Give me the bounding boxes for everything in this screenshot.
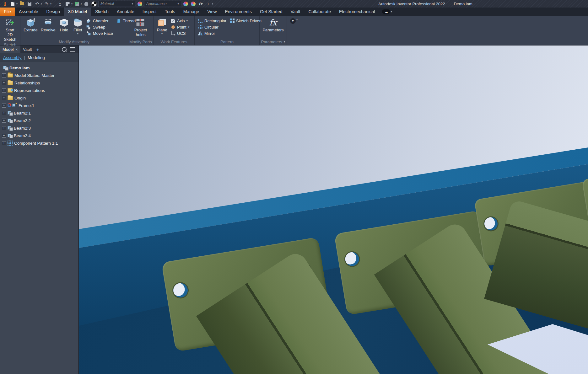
- sketch-command-button[interactable]: [64, 1, 71, 7]
- ribbon-collapse-button[interactable]: ▼: [290, 18, 296, 24]
- sketch-driven-button[interactable]: Sketch Driven: [228, 18, 263, 24]
- axis-button[interactable]: Axis ▾: [169, 18, 191, 24]
- parameters-quick-button[interactable]: fx: [197, 1, 204, 7]
- circular-pattern-button[interactable]: Circular: [197, 24, 228, 30]
- save-button[interactable]: [26, 1, 33, 7]
- material-ball-button[interactable]: [91, 1, 97, 7]
- material-wheel-button[interactable]: [137, 1, 143, 7]
- home-view-button[interactable]: ⌂: [57, 1, 63, 7]
- ribbon-collapse-dropdown[interactable]: ▾: [296, 18, 298, 21]
- expand-icon[interactable]: +: [2, 88, 6, 93]
- open-file-button[interactable]: [19, 1, 25, 7]
- expand-icon[interactable]: +: [2, 111, 6, 115]
- appearance-add-button[interactable]: [182, 1, 189, 7]
- tab-tools[interactable]: Tools: [161, 8, 179, 16]
- expand-icon[interactable]: +: [2, 134, 6, 138]
- tree-item-beam2-1[interactable]: + Beam2:1: [0, 109, 78, 117]
- tab-manage[interactable]: Manage: [179, 8, 203, 16]
- bolt-hole[interactable]: [344, 251, 360, 267]
- undo-dropdown[interactable]: ▾: [41, 3, 42, 5]
- chamfer-button[interactable]: Chamfer: [85, 18, 114, 24]
- tree-item-relationships[interactable]: + Relationships: [0, 79, 78, 87]
- tree-item-origin[interactable]: + Origin: [0, 94, 78, 102]
- appearance-combobox[interactable]: Appearance ▾: [144, 1, 181, 7]
- ucs-button[interactable]: UCS: [169, 30, 191, 36]
- point-dropdown[interactable]: ▾: [188, 26, 190, 28]
- revolve-button[interactable]: Revolve: [40, 17, 57, 33]
- undo-button[interactable]: ↶: [34, 1, 40, 7]
- tree-item-beam2-4[interactable]: + Beam2:4: [0, 132, 78, 139]
- move-face-button[interactable]: Move Face: [85, 30, 114, 36]
- start-2d-sketch-button[interactable]: Start 2D Sketch: [2, 17, 18, 42]
- fillet-button[interactable]: Fillet ▾: [71, 17, 84, 35]
- tree-item-frame-1[interactable]: + Frame:1: [0, 102, 78, 109]
- parameters-button[interactable]: fx Parameters: [261, 17, 285, 33]
- expand-icon[interactable]: +: [2, 73, 6, 77]
- tab-assemble[interactable]: Assemble: [15, 8, 42, 16]
- tab-inspect[interactable]: Inspect: [138, 8, 161, 16]
- add-browser-tab-button[interactable]: +: [36, 47, 39, 52]
- rectangular-pattern-button[interactable]: Rectangular: [197, 18, 228, 24]
- tab-view[interactable]: View: [203, 8, 221, 16]
- tree-item-model-states[interactable]: + Model States: Master: [0, 72, 78, 79]
- point-button[interactable]: Point ▾: [169, 24, 191, 30]
- fillet-dropdown[interactable]: ▾: [77, 32, 79, 35]
- tree-item-component-pattern[interactable]: + Component Pattern 1:1: [0, 139, 78, 147]
- qat-customize-dropdown[interactable]: ▾: [212, 3, 213, 5]
- expand-icon[interactable]: +: [2, 96, 6, 100]
- project-holes-button[interactable]: Project holes: [130, 17, 151, 38]
- new-file-button[interactable]: [9, 1, 16, 7]
- material-combobox[interactable]: Material ▾: [98, 1, 135, 7]
- tree-item-representations[interactable]: + Representations: [0, 87, 78, 94]
- search-icon[interactable]: [62, 47, 67, 52]
- tree-item-beam2-2[interactable]: + Beam2:2: [0, 117, 78, 124]
- tab-sketch[interactable]: Sketch: [91, 8, 113, 16]
- expand-icon[interactable]: +: [2, 81, 6, 85]
- contact-solver-button[interactable]: [83, 1, 89, 7]
- axis-dropdown[interactable]: ▾: [186, 19, 188, 22]
- bolt-hole[interactable]: [172, 282, 189, 299]
- browser-tab-model[interactable]: Model ×: [0, 45, 20, 53]
- tab-collaborate[interactable]: Collaborate: [304, 8, 335, 16]
- mirror-button[interactable]: Mirror: [197, 30, 228, 36]
- collaboration-cloud-button[interactable]: ☁ ▾: [382, 8, 392, 16]
- redo-button[interactable]: ↷: [43, 1, 50, 7]
- modeling-view-link[interactable]: Modeling: [28, 55, 45, 60]
- expand-icon[interactable]: +: [2, 126, 6, 130]
- expand-icon[interactable]: +: [2, 104, 6, 108]
- cloud-icon: ☁: [382, 9, 390, 14]
- tree-item-beam2-3[interactable]: + Beam2:3: [0, 124, 78, 132]
- tab-design[interactable]: Design: [42, 8, 64, 16]
- extrude-button[interactable]: Extrude: [22, 17, 39, 33]
- 3d-viewport[interactable]: [79, 45, 588, 374]
- bolt-hole[interactable]: [483, 216, 499, 231]
- plane-button[interactable]: Plane ▾: [155, 17, 169, 35]
- sketch-command-dropdown[interactable]: ▾: [71, 3, 73, 5]
- hole-button[interactable]: Hole: [57, 17, 71, 33]
- tab-vault[interactable]: Vault: [287, 8, 305, 16]
- expand-icon[interactable]: +: [2, 119, 6, 123]
- redo-dropdown[interactable]: ▾: [50, 3, 51, 5]
- plane-dropdown[interactable]: ▾: [161, 32, 163, 35]
- expand-icon[interactable]: +: [2, 141, 6, 145]
- browser-tab-vault[interactable]: Vault: [20, 45, 35, 53]
- sweep-button[interactable]: Sweep: [85, 24, 114, 30]
- browser-menu-icon[interactable]: [70, 47, 75, 52]
- tab-annotate[interactable]: Annotate: [113, 8, 138, 16]
- sweep-icon: [86, 24, 91, 29]
- tree-item-root[interactable]: Demo.iam: [0, 64, 78, 72]
- parameters-group-dropdown[interactable]: ▾: [284, 40, 285, 43]
- tab-electromechanical[interactable]: Electromechanical: [335, 8, 379, 16]
- tab-file[interactable]: File: [0, 8, 15, 16]
- component-select-button[interactable]: [74, 1, 80, 7]
- appearance-clear-button[interactable]: [190, 1, 196, 7]
- tab-get-started[interactable]: Get Started: [256, 8, 287, 16]
- folder-icon: [8, 81, 13, 85]
- assembly-view-link[interactable]: Assembly: [3, 55, 22, 60]
- component-select-dropdown[interactable]: ▾: [81, 3, 82, 5]
- tab-environments[interactable]: Environments: [221, 8, 256, 16]
- add-command-button[interactable]: +: [205, 1, 211, 7]
- tab-3d-model[interactable]: 3D Model: [64, 8, 91, 16]
- close-icon[interactable]: ×: [15, 47, 18, 52]
- new-file-dropdown[interactable]: ▾: [16, 3, 18, 5]
